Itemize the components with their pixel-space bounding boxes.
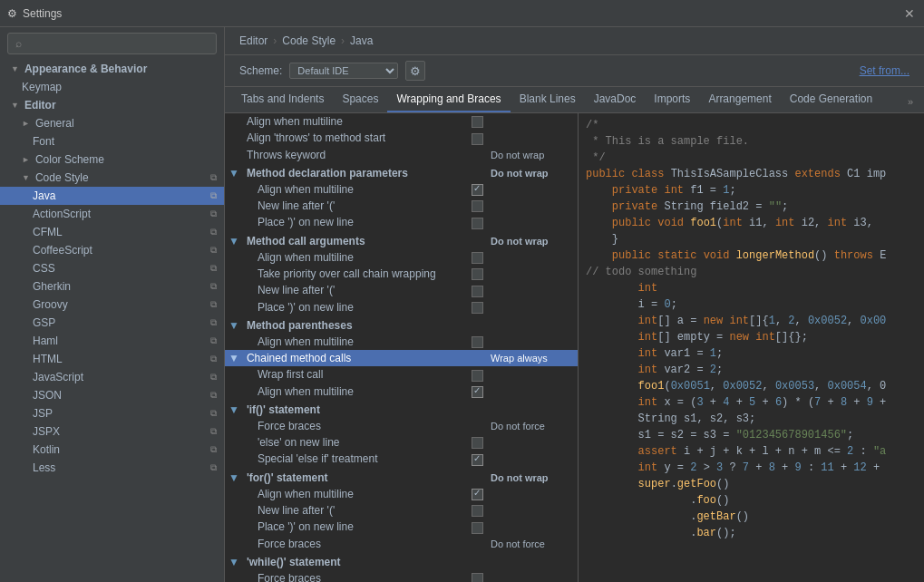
title-text: Settings xyxy=(23,7,62,20)
tab-arrangement[interactable]: Arrangement xyxy=(699,87,780,112)
checkbox[interactable] xyxy=(472,286,483,297)
tab-blank-lines[interactable]: Blank Lines xyxy=(511,87,585,112)
expand-arrow-icon: ► xyxy=(22,119,30,128)
table-row-group-header: ▼ Method declaration parameters Do not w… xyxy=(225,163,578,181)
tab-wrapping[interactable]: Wrapping and Braces xyxy=(387,87,510,112)
sidebar-item-javascript[interactable]: JavaScript ⧉ xyxy=(0,368,224,386)
row-label: Align when multiline xyxy=(258,183,354,196)
sidebar-item-appearance[interactable]: ▼ Appearance & Behavior xyxy=(0,60,224,78)
code-line: int var1 = 1; xyxy=(579,345,924,362)
breadcrumb-sep2: › xyxy=(341,34,345,47)
table-row: Wrap first call xyxy=(225,366,578,383)
sidebar-item-css[interactable]: CSS ⧉ xyxy=(0,259,224,277)
table-row: Align when multiline xyxy=(225,486,578,502)
group-label: 'for()' statement xyxy=(247,471,328,484)
checkbox[interactable] xyxy=(472,386,483,398)
sidebar-item-code-style[interactable]: ▼ Code Style ⧉ xyxy=(0,169,224,187)
code-line: int y = 2 > 3 ? 7 + 8 + 9 : 11 + 12 + xyxy=(579,460,924,476)
sidebar-item-less[interactable]: Less ⧉ xyxy=(0,459,224,477)
expand-arrow-icon[interactable]: ▼ xyxy=(229,556,239,568)
sidebar-item-jsp[interactable]: JSP ⧉ xyxy=(0,404,224,422)
checkbox[interactable] xyxy=(472,454,483,466)
titlebar: ⚙ Settings ✕ xyxy=(0,0,924,27)
sidebar-item-gsp[interactable]: GSP ⧉ xyxy=(0,314,224,332)
sidebar-item-groovy[interactable]: Groovy ⧉ xyxy=(0,296,224,314)
expand-arrow-icon[interactable]: ▼ xyxy=(229,471,239,484)
checkbox[interactable] xyxy=(472,133,483,145)
code-line: } xyxy=(579,231,924,247)
sidebar-item-font[interactable]: Font xyxy=(0,132,224,150)
page-icon: ⧉ xyxy=(210,390,217,401)
row-label: Special 'else if' treatment xyxy=(258,452,378,465)
sidebar-item-keymap[interactable]: Keymap xyxy=(0,78,224,96)
sidebar-items: ▼ Appearance & Behavior Keymap ▼ Editor … xyxy=(0,60,224,477)
expand-arrow-icon[interactable]: ▼ xyxy=(229,352,239,364)
row-label: Align when multiline xyxy=(258,488,354,500)
group-label: Method declaration parameters xyxy=(247,167,408,179)
expand-arrow-icon[interactable]: ▼ xyxy=(229,235,239,247)
expand-arrow-icon: ▼ xyxy=(11,101,19,110)
sidebar-item-editor[interactable]: ▼ Editor xyxy=(0,96,224,114)
sidebar-label: JSP xyxy=(33,407,53,420)
page-icon: ⧉ xyxy=(210,299,217,310)
sidebar-item-coffeescript[interactable]: CoffeeScript ⧉ xyxy=(0,241,224,259)
sidebar-label: CoffeeScript xyxy=(33,244,92,257)
row-label: Force braces xyxy=(258,538,321,550)
sidebar-item-general[interactable]: ► General xyxy=(0,114,224,132)
group-label: Method call arguments xyxy=(247,235,365,247)
checkbox[interactable] xyxy=(472,268,483,280)
checkbox[interactable] xyxy=(472,218,483,229)
sidebar-label: Color Scheme xyxy=(35,153,104,166)
sidebar-item-gherkin[interactable]: Gherkin ⧉ xyxy=(0,277,224,296)
sidebar-label: Font xyxy=(22,135,54,148)
checkbox[interactable] xyxy=(472,302,483,314)
expand-arrow-icon[interactable]: ▼ xyxy=(229,167,239,179)
sidebar-item-haml[interactable]: Haml ⧉ xyxy=(0,332,224,350)
tab-imports[interactable]: Imports xyxy=(645,87,699,112)
search-input[interactable] xyxy=(25,37,209,50)
close-button[interactable]: ✕ xyxy=(902,6,917,21)
tab-spaces[interactable]: Spaces xyxy=(333,87,387,112)
tab-javadoc[interactable]: JavaDoc xyxy=(585,87,646,112)
scheme-label: Scheme: xyxy=(239,64,282,77)
sidebar-item-java[interactable]: Java ⧉ xyxy=(0,187,224,205)
checkbox[interactable] xyxy=(472,370,483,382)
tab-tabs-indents[interactable]: Tabs and Indents xyxy=(232,87,333,112)
sidebar-label: GSP xyxy=(33,316,55,329)
checkbox[interactable] xyxy=(472,437,483,449)
sidebar-label: JavaScript xyxy=(33,371,83,383)
table-row-group-header: ▼ 'if()' statement xyxy=(225,400,578,418)
sidebar-item-color-scheme[interactable]: ► Color Scheme xyxy=(0,150,224,169)
checkbox[interactable] xyxy=(472,522,483,534)
scheme-select[interactable]: Default IDE xyxy=(289,63,398,79)
checkbox[interactable] xyxy=(472,116,483,128)
set-from-link[interactable]: Set from... xyxy=(860,64,909,77)
expand-arrow-icon[interactable]: ▼ xyxy=(229,403,239,416)
scheme-gear-button[interactable]: ⚙ xyxy=(405,61,425,81)
tab-code-generation[interactable]: Code Generation xyxy=(781,87,881,112)
tabs-overflow-button[interactable]: » xyxy=(904,91,917,112)
group-value: Do not wrap xyxy=(491,236,549,247)
checkbox[interactable] xyxy=(472,252,483,264)
sidebar-item-kotlin[interactable]: Kotlin ⧉ xyxy=(0,441,224,459)
checkbox[interactable] xyxy=(472,573,483,582)
checkbox[interactable] xyxy=(472,505,483,517)
sidebar-item-html[interactable]: HTML ⧉ xyxy=(0,350,224,368)
checkbox[interactable] xyxy=(472,489,483,500)
group-label: 'while()' statement xyxy=(247,556,341,568)
row-value: Do not force xyxy=(491,421,545,432)
sidebar-item-json[interactable]: JSON ⧉ xyxy=(0,386,224,404)
sidebar-item-jspx[interactable]: JSPX ⧉ xyxy=(0,422,224,441)
checkbox[interactable] xyxy=(472,184,483,196)
sidebar-item-actionscript[interactable]: ActionScript ⧉ xyxy=(0,205,224,223)
search-box[interactable]: ⌕ xyxy=(7,33,217,54)
code-line: private String field2 = ""; xyxy=(579,199,924,215)
page-icon: ⧉ xyxy=(210,462,217,473)
sidebar-item-cfml[interactable]: CFML ⧉ xyxy=(0,223,224,241)
checkbox[interactable] xyxy=(472,336,483,348)
row-label: Force braces xyxy=(258,420,321,432)
code-line: public class ThisIsASampleClass extends … xyxy=(579,166,924,182)
checkbox[interactable] xyxy=(472,200,483,212)
page-icon: ⧉ xyxy=(210,354,217,364)
expand-arrow-icon[interactable]: ▼ xyxy=(229,319,239,332)
